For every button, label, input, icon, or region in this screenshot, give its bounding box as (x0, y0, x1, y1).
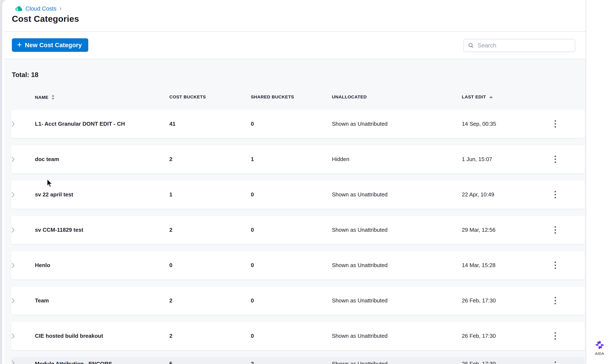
row-shared-buckets: 2 (251, 357, 254, 364)
kebab-menu-icon[interactable] (551, 322, 560, 350)
row-unallocated: Hidden (332, 145, 349, 173)
breadcrumb-separator: › (59, 5, 62, 12)
row-name: Henlo (35, 251, 50, 279)
row-shared-buckets: 0 (251, 181, 254, 209)
column-header-shared-buckets: SHARED BUCKETS (251, 94, 294, 100)
search-icon (468, 42, 474, 49)
search-input[interactable] (478, 42, 571, 49)
row-last-edit: 14 Sep, 00:35 (462, 110, 496, 138)
row-name: L1- Acct Granular DONT EDIT - CH (35, 110, 125, 138)
row-cost-buckets: 5 (169, 357, 172, 364)
row-last-edit: 26 Feb, 17:30 (462, 357, 496, 364)
new-cost-category-button[interactable]: + New Cost Category (12, 38, 88, 52)
aida-label: AIDA (595, 352, 604, 356)
cost-categories-page: $ Cloud Costs › Cost Categories + New Co… (0, 0, 610, 364)
page-title: Cost Categories (12, 14, 79, 24)
plus-icon: + (17, 40, 22, 50)
sort-ascending-icon (489, 96, 493, 98)
kebab-menu-icon[interactable] (551, 357, 560, 364)
row-shared-buckets: 1 (251, 145, 254, 173)
table-row[interactable]: sv CCM-11829 test 2 0 Shown as Unattribu… (11, 216, 585, 244)
row-name: sv 22 april test (35, 181, 73, 209)
row-shared-buckets: 0 (251, 286, 254, 315)
row-cost-buckets: 2 (169, 216, 172, 244)
header-divider (4, 31, 586, 32)
kebab-menu-icon[interactable] (551, 216, 560, 244)
chevron-right-icon[interactable] (11, 286, 585, 315)
row-unallocated: Shown as Unattributed (332, 322, 388, 350)
search-box (464, 39, 575, 52)
aida-assistant-button[interactable]: AIDA (592, 339, 608, 356)
cloud-costs-icon: $ (15, 6, 22, 12)
row-cost-buckets: 1 (169, 181, 172, 209)
row-name: sv CCM-11829 test (35, 216, 83, 244)
row-last-edit: 29 Mar, 12:56 (462, 216, 495, 244)
total-count: Total: 18 (12, 71, 38, 79)
column-header-last-edit-label: LAST EDIT (462, 94, 486, 100)
column-header-name[interactable]: NAME (35, 94, 55, 100)
row-last-edit: 22 Apr, 10:49 (462, 181, 494, 209)
row-last-edit: 14 Mar, 15:28 (462, 251, 495, 279)
main-panel: $ Cloud Costs › Cost Categories + New Co… (2, 0, 610, 364)
svg-text:$: $ (16, 8, 18, 11)
row-name: Team (35, 286, 49, 315)
new-cost-category-label: New Cost Category (25, 42, 82, 49)
kebab-menu-icon[interactable] (551, 145, 560, 173)
row-shared-buckets: 0 (251, 322, 254, 350)
column-header-cost-buckets-label: COST BUCKETS (169, 94, 206, 100)
row-name: Module Attribution - ENCORS (35, 357, 112, 364)
chevron-right-icon[interactable] (11, 216, 585, 244)
row-last-edit: 26 Feb, 17:30 (462, 322, 496, 350)
table-row[interactable]: L1- Acct Granular DONT EDIT - CH 41 0 Sh… (11, 110, 585, 138)
table-row[interactable]: Module Attribution - ENCORS 5 2 Shown as… (11, 357, 585, 364)
sort-both-icon (52, 94, 55, 100)
row-shared-buckets: 0 (251, 216, 254, 244)
kebab-menu-icon[interactable] (551, 251, 560, 279)
breadcrumb-cloud-costs-link[interactable]: Cloud Costs (26, 5, 56, 12)
row-unallocated: Shown as Unattributed (332, 110, 388, 138)
row-shared-buckets: 0 (251, 251, 254, 279)
aida-pinwheel-icon (594, 339, 605, 351)
row-unallocated: Shown as Unattributed (332, 251, 388, 279)
column-header-unallocated: UNALLOCATED (332, 94, 367, 100)
chevron-right-icon[interactable] (11, 251, 585, 279)
table-row[interactable]: Team 2 0 Shown as Unattributed 26 Feb, 1… (11, 286, 585, 315)
chevron-right-icon[interactable] (11, 145, 585, 173)
row-name: doc team (35, 145, 59, 173)
column-header-unallocated-label: UNALLOCATED (332, 94, 367, 100)
row-unallocated: Shown as Unattributed (332, 216, 388, 244)
row-cost-buckets: 0 (169, 251, 172, 279)
kebab-menu-icon[interactable] (551, 110, 560, 138)
table-row[interactable]: CIE hosted build breakout 2 0 Shown as U… (11, 322, 585, 350)
row-unallocated: Shown as Unattributed (332, 286, 388, 315)
row-cost-buckets: 41 (169, 110, 175, 138)
row-cost-buckets: 2 (169, 145, 172, 173)
row-cost-buckets: 2 (169, 286, 172, 315)
row-name: CIE hosted build breakout (35, 322, 103, 350)
breadcrumb: $ Cloud Costs › (15, 5, 62, 12)
row-cost-buckets: 2 (169, 322, 172, 350)
table-row[interactable]: Henlo 0 0 Shown as Unattributed 14 Mar, … (11, 251, 585, 279)
column-header-last-edit[interactable]: LAST EDIT (462, 94, 493, 100)
toolbar-divider (4, 59, 586, 59)
chevron-right-icon[interactable] (11, 181, 585, 209)
table-background (4, 59, 586, 364)
row-last-edit: 26 Feb, 17:30 (462, 286, 496, 315)
row-last-edit: 1 Jun, 15:07 (462, 145, 492, 173)
table-row[interactable]: sv 22 april test 1 0 Shown as Unattribut… (11, 181, 585, 209)
row-unallocated: Shown as Unattributed (332, 357, 388, 364)
table-header-row: NAME COST BUCKETS SHARED BUCKETS UNALLOC… (2, 94, 586, 101)
table-row[interactable]: doc team 2 1 Hidden 1 Jun, 15:07 (11, 145, 585, 173)
row-unallocated: Shown as Unattributed (332, 181, 388, 209)
column-header-cost-buckets: COST BUCKETS (169, 94, 206, 100)
kebab-menu-icon[interactable] (551, 286, 560, 315)
column-header-shared-buckets-label: SHARED BUCKETS (251, 94, 294, 100)
right-side-panel (586, 0, 610, 364)
column-header-name-label: NAME (35, 95, 49, 100)
kebab-menu-icon[interactable] (551, 181, 560, 209)
row-shared-buckets: 0 (251, 110, 254, 138)
